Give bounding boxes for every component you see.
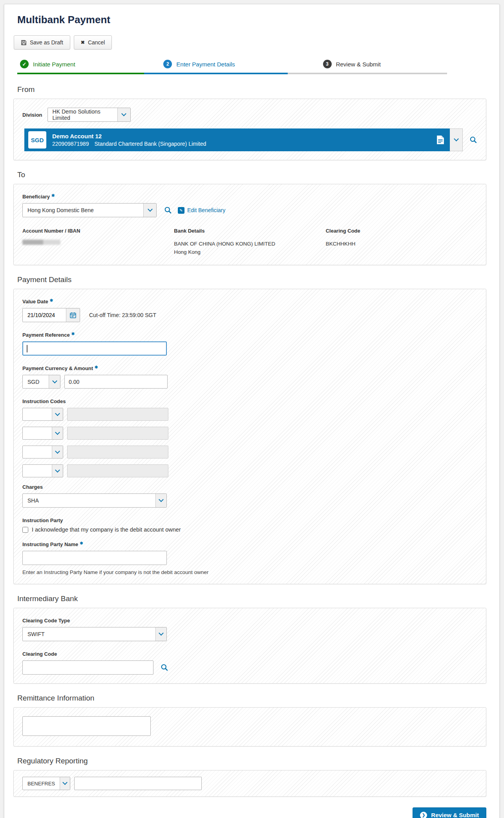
calendar-button[interactable] bbox=[66, 308, 80, 322]
cancel-label: Cancel bbox=[88, 39, 105, 46]
cancel-button[interactable]: ✖ Cancel bbox=[74, 35, 112, 50]
currency-badge: SGD bbox=[28, 131, 46, 149]
review-submit-button[interactable]: ❯ Review & Submit bbox=[413, 807, 486, 818]
to-section: Beneficiary✱ Hong Kong Domestic Bene ✎ E… bbox=[13, 184, 486, 265]
beneficiary-select[interactable]: Hong Kong Domestic Bene bbox=[22, 203, 157, 217]
page-title: Multibank Payment bbox=[17, 14, 486, 26]
chevron-down-icon bbox=[55, 430, 60, 435]
chevron-down-icon bbox=[159, 631, 164, 636]
currency-amount-label: Payment Currency & Amount✱ bbox=[22, 365, 98, 371]
required-asterisk: ✱ bbox=[51, 193, 55, 198]
instruction-code-row bbox=[22, 446, 477, 459]
beneficiary-row: Hong Kong Domestic Bene ✎ Edit Beneficia… bbox=[22, 203, 477, 217]
clearing-code-column: Clearing Code BKCHHKHH bbox=[326, 228, 477, 256]
beneficiary-details: Account Number / IBAN Bank Details BANK … bbox=[22, 228, 477, 256]
required-asterisk: ✱ bbox=[71, 332, 75, 336]
instruction-code-description-4 bbox=[67, 464, 168, 477]
instruction-code-select-2[interactable] bbox=[22, 427, 63, 440]
division-select[interactable]: HK Demo Solutions Limited bbox=[47, 108, 131, 122]
step-label: Initiate Payment bbox=[33, 61, 75, 68]
account-row: SGD Demo Account 12 220909871989Standard… bbox=[24, 128, 477, 151]
step-enter-payment-details[interactable]: 2 Enter Payment Details bbox=[144, 60, 287, 74]
account-statement-icon[interactable] bbox=[436, 135, 444, 145]
instruction-code-description-2 bbox=[67, 427, 168, 440]
instruction-code-select-1[interactable] bbox=[22, 408, 63, 421]
chevron-down-icon bbox=[55, 411, 60, 416]
charges-label: Charges bbox=[22, 484, 43, 490]
step-number-badge: 2 bbox=[163, 60, 172, 68]
intermediary-bank-title: Intermediary Bank bbox=[17, 594, 486, 603]
clearing-code-type-value: SWIFT bbox=[23, 627, 155, 641]
from-section: Division HK Demo Solutions Limited SGD D… bbox=[13, 99, 486, 160]
remittance-section bbox=[13, 707, 486, 746]
payment-reference-label: Payment Reference✱ bbox=[22, 332, 75, 338]
required-asterisk: ✱ bbox=[80, 541, 83, 545]
instruction-code-value bbox=[23, 427, 52, 439]
account-name: Demo Account 12 bbox=[52, 133, 206, 139]
debit-account-card[interactable]: SGD Demo Account 12 220909871989Standard… bbox=[24, 128, 450, 151]
arrow-right-icon: ❯ bbox=[420, 812, 427, 818]
acknowledge-checkbox[interactable] bbox=[22, 527, 28, 533]
step-initiate-payment[interactable]: ✓ Initiate Payment bbox=[17, 60, 144, 74]
edit-beneficiary-link[interactable]: ✎ Edit Beneficiary bbox=[178, 207, 225, 214]
account-number: 220909871989 bbox=[52, 141, 89, 147]
regulatory-detail-input[interactable] bbox=[74, 777, 202, 790]
regulatory-section: BENEFRES bbox=[13, 770, 486, 797]
clearing-code-type-label: Clearing Code Type bbox=[22, 618, 70, 624]
remittance-input[interactable] bbox=[22, 716, 151, 736]
beneficiary-search-icon[interactable] bbox=[164, 206, 172, 214]
review-submit-label: Review & Submit bbox=[431, 812, 479, 818]
account-number-label: Account Number / IBAN bbox=[22, 228, 174, 234]
account-number-column: Account Number / IBAN bbox=[22, 228, 174, 256]
account-search-icon[interactable] bbox=[469, 136, 477, 144]
chevron-down-icon bbox=[121, 111, 126, 116]
calendar-icon bbox=[70, 312, 76, 318]
instruction-code-select-4[interactable] bbox=[22, 464, 63, 477]
text-caret bbox=[27, 345, 27, 352]
edit-beneficiary-label: Edit Beneficiary bbox=[187, 207, 225, 213]
beneficiary-label: Beneficiary✱ bbox=[22, 193, 55, 200]
instruction-code-value bbox=[23, 446, 52, 458]
account-bank: Standard Chartered Bank (Singapore) Limi… bbox=[94, 141, 206, 147]
chevron-down-icon bbox=[148, 207, 153, 212]
from-section-title: From bbox=[17, 85, 486, 94]
payment-details-section: Value Date✱ Cut-off Time: 23:59:00 SGT P… bbox=[13, 289, 486, 584]
step-check-icon: ✓ bbox=[20, 60, 29, 68]
chevron-down-icon bbox=[52, 378, 57, 383]
bank-details-label: Bank Details bbox=[174, 228, 325, 234]
instructing-party-name-input[interactable] bbox=[22, 551, 167, 565]
currency-select[interactable]: SGD bbox=[22, 375, 60, 389]
cutoff-time-text: Cut-off Time: 23:59:00 SGT bbox=[89, 312, 156, 318]
regulatory-code-select[interactable]: BENEFRES bbox=[22, 777, 70, 790]
value-date-input[interactable] bbox=[23, 308, 66, 322]
clearing-code-value: BKCHHKHH bbox=[326, 240, 477, 248]
clearing-code-type-select[interactable]: SWIFT bbox=[22, 627, 167, 641]
instruction-code-description-3 bbox=[67, 446, 168, 459]
chevron-down-icon bbox=[55, 468, 60, 473]
footer: ❯ Review & Submit bbox=[13, 807, 486, 818]
charges-select[interactable]: SHA bbox=[22, 493, 167, 508]
payment-reference-input[interactable] bbox=[22, 341, 167, 356]
clearing-code-search-icon[interactable] bbox=[161, 664, 168, 671]
instruction-code-select-3[interactable] bbox=[22, 446, 63, 459]
account-text: Demo Account 12 220909871989Standard Cha… bbox=[52, 133, 206, 147]
intermediary-clearing-code-input[interactable] bbox=[22, 660, 153, 675]
intermediary-bank-section: Clearing Code Type SWIFT Clearing Code bbox=[13, 608, 486, 684]
instructing-party-helper-text: Enter an Instructing Party Name if your … bbox=[22, 569, 477, 575]
step-label: Review & Submit bbox=[336, 61, 381, 68]
regulatory-title: Regulatory Reporting bbox=[17, 757, 486, 765]
bank-name: BANK OF CHINA (HONG KONG) LIMITED bbox=[174, 240, 325, 248]
step-review-submit[interactable]: 3 Review & Submit bbox=[288, 60, 447, 74]
save-as-draft-label: Save as Draft bbox=[30, 39, 63, 46]
account-select-toggle[interactable] bbox=[450, 128, 463, 151]
charges-selected-value: SHA bbox=[23, 494, 155, 507]
regulatory-code-value: BENEFRES bbox=[23, 777, 60, 790]
save-as-draft-button[interactable]: Save as Draft bbox=[14, 35, 70, 50]
edit-pencil-icon: ✎ bbox=[178, 207, 184, 214]
division-selected-value: HK Demo Solutions Limited bbox=[48, 108, 117, 121]
beneficiary-selected-value: Hong Kong Domestic Bene bbox=[23, 204, 143, 217]
chevron-down-icon bbox=[55, 449, 60, 454]
division-row: Division HK Demo Solutions Limited bbox=[22, 108, 477, 122]
acknowledge-text: I acknowledge that my company is the deb… bbox=[32, 526, 181, 533]
amount-input[interactable] bbox=[64, 375, 168, 389]
